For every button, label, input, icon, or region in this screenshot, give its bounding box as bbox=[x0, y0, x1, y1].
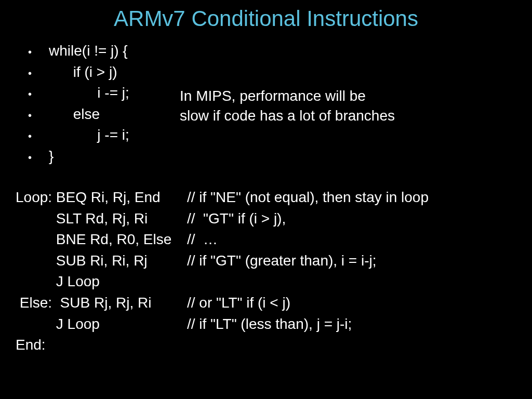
bullet-list: • while(i != j) { • if (i > j) • i -= j;… bbox=[24, 41, 129, 167]
asm-comment: // or "LT" if (i < j) bbox=[187, 292, 429, 314]
note-line: In MIPS, performance will be bbox=[180, 86, 395, 106]
bullet-icon: • bbox=[24, 129, 49, 144]
asm-instruction: J Loop bbox=[16, 314, 187, 335]
bullet-icon: • bbox=[24, 45, 49, 60]
asm-row: BNE Rd, R0, Else // … bbox=[16, 229, 429, 250]
list-item: • while(i != j) { bbox=[24, 41, 129, 62]
bullet-icon: • bbox=[24, 108, 49, 123]
note-line: slow if code has a lot of branches bbox=[180, 106, 395, 126]
slide: ARMv7 Conditional Instructions • while(i… bbox=[0, 0, 532, 399]
asm-row: J Loop // if "LT" (less than), j = j-i; bbox=[16, 314, 429, 335]
side-note: In MIPS, performance will be slow if cod… bbox=[180, 86, 395, 126]
asm-comment bbox=[187, 271, 429, 292]
bullet-icon: • bbox=[24, 150, 49, 165]
asm-comment: // if "GT" (greater than), i = i-j; bbox=[187, 250, 429, 272]
bullet-text: i -= j; bbox=[49, 83, 129, 104]
bullet-icon: • bbox=[24, 66, 49, 81]
asm-comment: // … bbox=[187, 229, 429, 250]
bullet-text: else bbox=[49, 104, 100, 125]
asm-row: Loop: BEQ Ri, Rj, End // if "NE" (not eq… bbox=[16, 187, 429, 208]
slide-title: ARMv7 Conditional Instructions bbox=[0, 6, 532, 31]
bullet-text: } bbox=[49, 146, 54, 167]
asm-row: J Loop bbox=[16, 271, 429, 292]
asm-instruction: Else: SUB Rj, Rj, Ri bbox=[16, 292, 187, 314]
asm-instruction: SLT Rd, Rj, Ri bbox=[16, 208, 187, 230]
asm-row: Else: SUB Rj, Rj, Ri // or "LT" if (i < … bbox=[16, 292, 429, 314]
asm-comment: // if "NE" (not equal), then stay in loo… bbox=[187, 187, 429, 208]
asm-comment bbox=[187, 335, 429, 356]
asm-instruction: Loop: BEQ Ri, Rj, End bbox=[16, 187, 187, 208]
asm-row: SUB Ri, Ri, Rj // if "GT" (greater than)… bbox=[16, 250, 429, 272]
bullet-text: if (i > j) bbox=[49, 62, 117, 83]
list-item: • j -= i; bbox=[24, 125, 129, 146]
bullet-icon: • bbox=[24, 87, 49, 102]
asm-comment: // "GT" if (i > j), bbox=[187, 208, 429, 230]
asm-comment: // if "LT" (less than), j = j-i; bbox=[187, 314, 429, 335]
bullet-text: while(i != j) { bbox=[49, 41, 128, 62]
asm-instruction: J Loop bbox=[16, 271, 187, 292]
asm-instruction: SUB Ri, Ri, Rj bbox=[16, 250, 187, 272]
assembly-block: Loop: BEQ Ri, Rj, End // if "NE" (not eq… bbox=[16, 187, 429, 356]
asm-row: SLT Rd, Rj, Ri // "GT" if (i > j), bbox=[16, 208, 429, 230]
asm-instruction: End: bbox=[16, 335, 187, 356]
bullet-text: j -= i; bbox=[49, 125, 129, 146]
list-item: • } bbox=[24, 146, 129, 167]
list-item: • else bbox=[24, 104, 129, 125]
asm-row: End: bbox=[16, 335, 429, 356]
list-item: • i -= j; bbox=[24, 83, 129, 104]
asm-instruction: BNE Rd, R0, Else bbox=[16, 229, 187, 250]
list-item: • if (i > j) bbox=[24, 62, 129, 83]
